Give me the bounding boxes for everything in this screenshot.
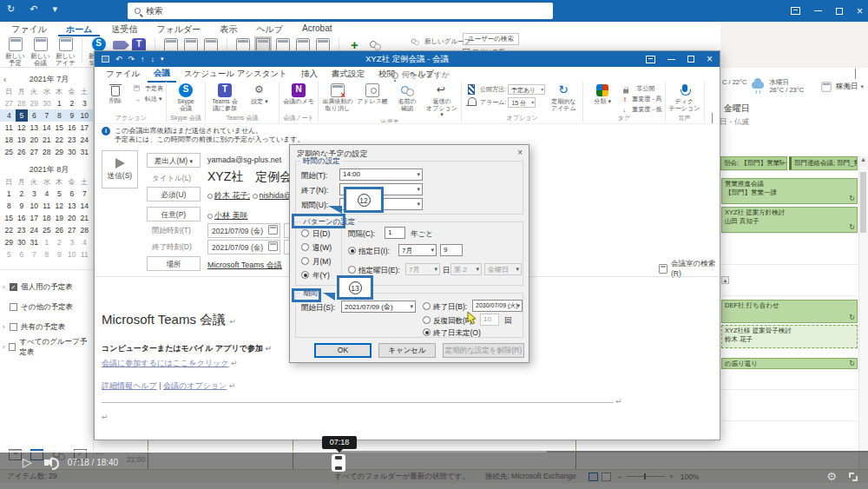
calendar-day[interactable]: 27	[66, 224, 79, 236]
room-finder-link[interactable]: 会議室の検索(R)	[659, 259, 720, 278]
ribbon-button[interactable]: 重要度 - 低	[621, 104, 661, 114]
ribbon-options-icon[interactable]	[646, 56, 655, 63]
calendar-day[interactable]: 5	[53, 188, 66, 200]
location-button[interactable]: 場所	[147, 256, 201, 271]
calendar-day[interactable]: 31	[28, 236, 41, 248]
calendar-list-item[interactable]: ›共有の予定表	[0, 317, 93, 337]
prev-month-icon[interactable]: ‹	[3, 75, 14, 84]
send-button[interactable]: 送信(S)	[102, 150, 138, 188]
tell-me-box[interactable]: 何をしますか	[391, 69, 450, 81]
calendar-day[interactable]: 30	[66, 146, 79, 158]
calendar-day[interactable]: 10	[28, 200, 41, 212]
meeting-window-controls[interactable]: ×	[646, 54, 713, 64]
ribbon-button[interactable]: 名前の 確認	[391, 83, 424, 111]
calendar-day[interactable]: 12	[16, 122, 29, 134]
cancel-button[interactable]: キャンセル	[378, 343, 436, 358]
calendar-day[interactable]: 5	[16, 109, 29, 122]
datepicker-icon[interactable]	[268, 225, 278, 235]
no-end-radio[interactable]	[423, 328, 431, 336]
progress-track[interactable]	[547, 451, 868, 453]
start-time-combo[interactable]: 14:00	[339, 169, 423, 181]
from-value[interactable]: yamada@sg-plus.net	[207, 155, 281, 164]
calendar-day[interactable]: 21	[41, 134, 54, 146]
calendar-day[interactable]: 25	[41, 224, 54, 236]
progress-buffered[interactable]	[339, 451, 547, 453]
ribbon-button[interactable]: 非公開	[621, 83, 661, 93]
calendar-day[interactable]: 24	[78, 134, 91, 146]
calendar-event[interactable]: XYZ社様 提案骨子検討鈴木 花子	[721, 325, 858, 348]
collapse-ribbon-icon[interactable]	[712, 113, 713, 123]
datepicker-icon[interactable]	[268, 241, 278, 251]
tab-送受信[interactable]: 送受信	[103, 22, 145, 36]
calendar-day[interactable]: 16	[16, 212, 29, 224]
ribbon-button[interactable]: アドレス帳	[356, 83, 389, 105]
maximize-icon[interactable]	[836, 8, 843, 15]
calendar-list-item[interactable]: ›すべてのグループ予定表	[0, 337, 93, 357]
calendar-day[interactable]: 2	[16, 188, 29, 200]
calendar-day[interactable]: 3	[78, 97, 91, 109]
calendar-day[interactable]: 1	[3, 188, 16, 200]
help-links[interactable]: 詳細情報ヘルプ | 会議のオプション ↵	[102, 380, 235, 392]
calendar-day[interactable]: 13	[66, 200, 79, 212]
calendar-day[interactable]: 11	[41, 200, 54, 212]
calendar-day[interactable]: 6	[16, 248, 29, 261]
calendar-day[interactable]: 2	[53, 236, 66, 248]
end-by-combo[interactable]: 2030/07/09 (火)	[472, 300, 523, 312]
calendar-day[interactable]: 4	[41, 188, 54, 200]
calendar-day[interactable]: 21	[78, 212, 91, 224]
ribbon-button[interactable]: Insights	[707, 83, 713, 104]
calendar-day[interactable]: 19	[16, 134, 29, 146]
calendar-day[interactable]: 20	[66, 212, 79, 224]
end-after-radio[interactable]	[423, 316, 431, 324]
calendar-event[interactable]: の振り返り↻	[721, 358, 858, 369]
meeting-tab-書式設定[interactable]: 書式設定	[326, 67, 371, 82]
calendar-list-item[interactable]: ›✓個人用の予定表	[0, 277, 93, 297]
calendar-day[interactable]: 8	[53, 109, 66, 122]
calendar-day[interactable]: 8	[41, 248, 54, 261]
search-input[interactable]: 検索	[128, 3, 553, 19]
new-group-button[interactable]: 新しいグループ	[408, 35, 470, 49]
calendar-day[interactable]: 10	[66, 248, 79, 261]
optional-button[interactable]: 任意(P)	[147, 207, 201, 221]
calendar-day[interactable]: 28	[16, 97, 29, 109]
calendar-day[interactable]: 23	[66, 134, 79, 146]
playhead-marker[interactable]	[332, 454, 345, 472]
calendar-day[interactable]: 29	[53, 146, 66, 158]
calendar-day[interactable]: 12	[53, 200, 66, 212]
quick-access-toolbar[interactable]: ↻ ↶ ▾	[7, 3, 63, 15]
calendar-day[interactable]: 22	[53, 134, 66, 146]
on-weekday-radio[interactable]	[348, 266, 356, 274]
calendar-day[interactable]: 25	[3, 146, 16, 158]
ribbon-combo[interactable]: 予定あり	[508, 84, 545, 95]
end-by-radio[interactable]	[423, 302, 431, 310]
ribbon-button[interactable]: 返信の オプション ▾	[425, 83, 458, 118]
cam-icon[interactable]	[113, 41, 126, 50]
play-icon[interactable]: ▷	[23, 455, 32, 469]
progress-played[interactable]	[0, 451, 339, 453]
calendar-day[interactable]: 11	[3, 122, 16, 134]
calendar-day[interactable]: 4	[3, 109, 16, 122]
window-controls[interactable]: ×	[791, 0, 863, 22]
calendar-day[interactable]: 8	[3, 200, 16, 212]
calendar-event[interactable]: DEF社 打ち合わせ↻	[721, 300, 858, 323]
calendar-day[interactable]: 30	[41, 97, 54, 109]
calendar-day[interactable]: 19	[53, 212, 66, 224]
calendar-checkbox[interactable]: ✓	[10, 283, 17, 291]
count-input[interactable]: 10	[480, 314, 499, 326]
calendar-checkbox[interactable]	[10, 303, 17, 311]
calendar-day[interactable]: 20	[28, 134, 41, 146]
calendar-day[interactable]: 1	[41, 236, 54, 248]
calendar-day[interactable]: 30	[16, 236, 29, 248]
remove-recurrence-button[interactable]: 定期的な設定を解除(R)	[443, 343, 524, 358]
ribbon-button[interactable]: 重要度 - 高	[621, 94, 661, 103]
optional-value[interactable]: 小林 美咲	[207, 210, 248, 221]
calendar-day[interactable]: 9	[16, 200, 29, 212]
ribbon-button[interactable]: Skype 会議	[169, 83, 202, 111]
calendar-day[interactable]: 13	[28, 122, 41, 134]
tab-Acrobat[interactable]: Acrobat	[294, 22, 339, 36]
calendar-day[interactable]: 28	[41, 146, 54, 158]
calendar-day[interactable]: 18	[41, 212, 54, 224]
calendar-day[interactable]: 11	[78, 248, 91, 261]
search-people-button[interactable]: ユーザーの検索	[463, 33, 519, 45]
scrollbar-thumb[interactable]	[860, 172, 866, 233]
